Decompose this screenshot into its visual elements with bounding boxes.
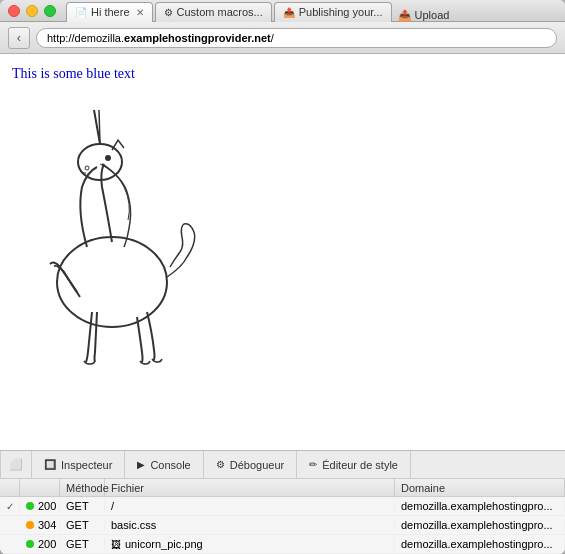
style-editor-icon: ✏ [309,459,317,470]
traffic-lights [8,5,56,17]
tab-icon-4: 📤 [398,9,412,21]
tab-publishing[interactable]: 📤 Publishing your... [274,2,392,22]
row2-status-code: 304 [38,519,56,531]
url-text: http://demozilla.examplehostingprovider.… [47,32,274,44]
tab-icon-2: ⚙ [164,7,173,18]
network-header-row: Méthode Fichier Domaine [0,479,565,497]
svg-point-2 [105,155,111,161]
col-status [20,479,60,496]
devtools-tab-inspector[interactable]: 🔲 Inspecteur [32,451,125,478]
url-bar[interactable]: http://demozilla.examplehostingprovider.… [36,28,557,48]
unicorn-image [12,92,212,372]
row2-file: basic.css [105,519,395,531]
devtools-tab-bar: ⬜ 🔲 Inspecteur ▶ Console ⚙ Débogueur ✏ É… [0,451,565,479]
col-domain-header: Domaine [395,479,565,496]
devtools-panel-toggle[interactable]: ⬜ [0,451,32,478]
network-table: Méthode Fichier Domaine ✓ 200 GET / demo… [0,479,565,554]
debugger-label: Débogueur [230,459,284,471]
row2-status: 304 [20,519,60,531]
navigation-bar: ‹ http://demozilla.examplehostingprovide… [0,22,565,54]
inspector-icon: 🔲 [44,459,56,470]
row3-file-name: unicorn_pic.png [125,538,203,550]
blue-text: This is some blue text [12,66,553,82]
tab-close-1[interactable]: ✕ [136,7,144,18]
inspector-label: Inspecteur [61,459,112,471]
status-dot-green-2 [26,540,34,548]
style-editor-label: Éditeur de style [322,459,398,471]
status-dot-orange [26,521,34,529]
svg-point-3 [85,166,89,170]
tab-custom-macros[interactable]: ⚙ Custom macros... [155,2,272,22]
back-button[interactable]: ‹ [8,27,30,49]
titlebar: 📄 Hi there ✕ ⚙ Custom macros... 📤 Publis… [0,0,565,22]
row1-method: GET [60,500,105,512]
row3-status: 200 [20,538,60,550]
status-dot-green [26,502,34,510]
table-row[interactable]: 200 GET 🖼 unicorn_pic.png demozilla.exam… [0,535,565,554]
col-check [0,479,20,496]
row3-domain: demozilla.examplehostingpro... [395,538,565,550]
close-button[interactable] [8,5,20,17]
tab-label-3: Publishing your... [299,6,383,18]
row1-file: / [105,500,395,512]
table-row[interactable]: ✓ 200 GET / demozilla.examplehostingpro.… [0,497,565,516]
maximize-button[interactable] [44,5,56,17]
tab-label-4: Upload [415,9,450,21]
back-icon: ‹ [17,30,21,45]
panel-icon: ⬜ [9,458,23,471]
row1-status-code: 200 [38,500,56,512]
devtools-tab-debugger[interactable]: ⚙ Débogueur [204,451,297,478]
row3-status-code: 200 [38,538,56,550]
console-icon: ▶ [137,459,145,470]
browser-window: 📄 Hi there ✕ ⚙ Custom macros... 📤 Publis… [0,0,565,554]
tab-upload[interactable]: 📤 Upload [398,9,450,22]
tab-label-1: Hi there [91,6,130,18]
row1-check: ✓ [0,501,20,512]
svg-point-0 [57,237,167,327]
page-content: This is some blue text [0,54,565,450]
col-method-header: Méthode [60,479,105,496]
debugger-icon: ⚙ [216,459,225,470]
row2-method: GET [60,519,105,531]
file-thumbnail-icon: 🖼 [111,539,121,550]
col-file-header: Fichier [105,479,395,496]
row3-file: 🖼 unicorn_pic.png [105,538,395,550]
minimize-button[interactable] [26,5,38,17]
row3-method: GET [60,538,105,550]
devtools-panel: ⬜ 🔲 Inspecteur ▶ Console ⚙ Débogueur ✏ É… [0,450,565,554]
tab-bar: 📄 Hi there ✕ ⚙ Custom macros... 📤 Publis… [66,0,557,22]
console-label: Console [150,459,190,471]
checkmark-icon: ✓ [6,501,14,512]
tab-label-2: Custom macros... [177,6,263,18]
devtools-tab-console[interactable]: ▶ Console [125,451,203,478]
table-row[interactable]: 304 GET basic.css demozilla.examplehosti… [0,516,565,535]
tab-icon-1: 📄 [75,7,87,18]
row1-domain: demozilla.examplehostingpro... [395,500,565,512]
row2-domain: demozilla.examplehostingpro... [395,519,565,531]
devtools-tab-style-editor[interactable]: ✏ Éditeur de style [297,451,411,478]
tab-icon-3: 📤 [283,7,295,18]
tab-hi-there[interactable]: 📄 Hi there ✕ [66,2,153,22]
row1-status: 200 [20,500,60,512]
